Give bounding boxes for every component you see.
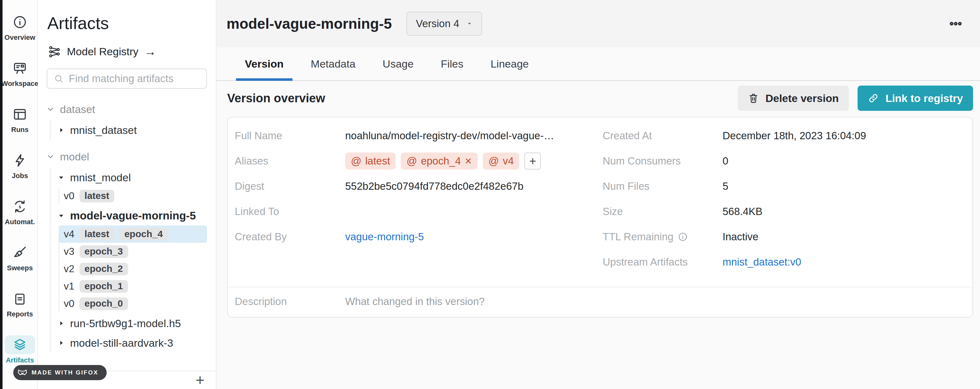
tree-group-dataset[interactable]: dataset <box>46 99 216 119</box>
nav-item-runs[interactable]: Runs <box>2 100 38 147</box>
artifact-title: model-vague-morning-5 <box>226 15 392 32</box>
version-row-v2[interactable]: v2epoch_2 <box>59 260 207 277</box>
nav-item-automat[interactable]: Automat. <box>2 193 38 239</box>
alias-pill-latest[interactable]: @latest <box>345 153 396 169</box>
version-row-v4[interactable]: v4latestepoch_4 <box>59 225 207 243</box>
alias-text: latest <box>365 155 390 167</box>
model-registry-link[interactable]: Model Registry → <box>48 45 216 58</box>
field-label-text: Size <box>603 206 623 218</box>
artifact-model-vague-morning-5[interactable]: model-vague-morning-5 <box>51 206 207 225</box>
alias-badge: epoch_1 <box>80 280 128 293</box>
tree-group-children: mnist_dataset <box>50 120 207 140</box>
version-content: Version overview Delete version Link to … <box>216 81 980 318</box>
field-value-link[interactable]: mnist_dataset:v0 <box>722 256 801 268</box>
jobs-icon <box>12 153 27 168</box>
field-row-ttl-remaining: TTL RemainingInactive <box>600 224 972 249</box>
nav-item-label: Jobs <box>12 172 28 180</box>
version-row-v3[interactable]: v3epoch_3 <box>59 243 207 260</box>
info-small-icon[interactable] <box>678 232 688 242</box>
alias-prefix: @ <box>351 155 361 167</box>
add-artifact-button[interactable]: + <box>196 374 204 386</box>
version-name: v4 <box>64 228 75 240</box>
nav-item-reports[interactable]: Reports <box>2 285 38 331</box>
field-label-text: Num Consumers <box>603 155 681 167</box>
sidebar-title: Artifacts <box>47 13 216 33</box>
artifact-mnist-model[interactable]: mnist_model <box>51 167 207 187</box>
field-row-num-consumers: Num Consumers0 <box>600 148 972 174</box>
description-placeholder: What changed in this version? <box>345 295 485 308</box>
section-title: Version overview <box>227 92 325 105</box>
automations-icon <box>12 199 27 214</box>
field-row-upstream-artifacts: Upstream Artifactsmnist_dataset:v0 <box>600 249 972 275</box>
nav-item-highlight <box>5 151 35 170</box>
field-row-num-files: Num Files5 <box>600 174 972 199</box>
version-row-v0[interactable]: v0epoch_0 <box>59 295 207 312</box>
artifact-mnist-dataset[interactable]: mnist_dataset <box>51 120 207 140</box>
version-overview-panel: Full Namenoahluna/model-registry-dev/mod… <box>227 117 973 318</box>
version-name: v3 <box>64 246 75 257</box>
search-icon <box>54 73 64 84</box>
tree-group-model[interactable]: model <box>46 147 216 166</box>
link-icon <box>868 92 879 104</box>
field-label: Aliases <box>228 155 345 167</box>
field-label: Size <box>600 206 722 218</box>
version-selector[interactable]: Version 4 <box>406 12 482 36</box>
artifact-label: model-still-aardvark-3 <box>70 337 173 349</box>
nav-item-jobs[interactable]: Jobs <box>2 147 38 193</box>
alias-pill-v4[interactable]: @v4 <box>483 153 519 169</box>
triangle-right-icon <box>57 339 65 347</box>
nav-item-sweeps[interactable]: Sweeps <box>2 239 38 285</box>
reports-icon <box>12 291 27 306</box>
nav-item-highlight <box>5 289 35 308</box>
nav-item-overview[interactable]: Overview <box>2 8 38 54</box>
info-icon <box>12 14 27 30</box>
field-row-linked-to: Linked To <box>228 199 600 224</box>
field-label-text: Full Name <box>235 130 282 142</box>
field-label-text: Created At <box>603 130 652 142</box>
version-name: v0 <box>64 190 75 202</box>
sweeps-icon <box>12 245 27 260</box>
description-label: Description <box>228 295 345 308</box>
artifact-model-still-aardvark-3[interactable]: model-still-aardvark-3 <box>51 333 207 353</box>
field-label: TTL Remaining <box>600 231 722 243</box>
version-name: v2 <box>64 263 75 275</box>
alias-text: epoch_4 <box>421 155 461 167</box>
tab-usage[interactable]: Usage <box>374 47 423 80</box>
field-value-link[interactable]: vague-morning-5 <box>345 231 424 243</box>
tab-lineage[interactable]: Lineage <box>482 47 538 80</box>
field-label-text: TTL Remaining <box>603 231 673 243</box>
delete-version-button[interactable]: Delete version <box>738 86 849 111</box>
trash-icon <box>748 92 759 104</box>
artifacts-icon <box>12 337 27 352</box>
tree-group-children: mnist_modelv0latestmodel-vague-morning-5… <box>50 167 207 353</box>
link-to-registry-button[interactable]: Link to registry <box>858 86 973 111</box>
version-list: v0latest <box>59 187 207 205</box>
search-input[interactable] <box>69 73 203 84</box>
alias-pill-epoch-4[interactable]: @epoch_4✕ <box>401 153 478 169</box>
tree-group-label: dataset <box>60 103 95 116</box>
version-row-v1[interactable]: v1epoch_1 <box>59 277 207 295</box>
nav-item-label: Artifacts <box>6 356 34 364</box>
tab-metadata[interactable]: Metadata <box>302 47 364 80</box>
tab-version[interactable]: Version <box>236 47 293 80</box>
tab-files[interactable]: Files <box>432 47 473 80</box>
model-registry-icon <box>48 45 61 58</box>
add-alias-button[interactable]: + <box>524 153 541 169</box>
overflow-menu-button[interactable] <box>942 17 969 30</box>
field-label-text: Created By <box>235 231 287 243</box>
alias-badge: epoch_4 <box>119 228 168 241</box>
chevron-down-icon <box>46 105 55 114</box>
tab-bar: VersionMetadataUsageFilesLineage <box>216 47 980 81</box>
description-row[interactable]: Description What changed in this version… <box>228 287 972 317</box>
gifox-label: MADE WITH GIFOX <box>32 369 99 376</box>
nav-item-highlight <box>5 335 35 354</box>
nav-item-workspace[interactable]: Workspace <box>2 54 38 100</box>
field-value: noahluna/model-registry-dev/model-vague-… <box>345 130 554 142</box>
nav-item-highlight <box>5 105 35 124</box>
version-row-v0[interactable]: v0latest <box>59 187 207 205</box>
remove-alias-icon[interactable]: ✕ <box>465 156 472 166</box>
nav-item-label: Runs <box>11 126 29 134</box>
artifact-run-5rtbw9g1-model-h5[interactable]: run-5rtbw9g1-model.h5 <box>51 314 207 333</box>
field-label: Upstream Artifacts <box>600 256 722 268</box>
alias-prefix: @ <box>488 155 499 167</box>
